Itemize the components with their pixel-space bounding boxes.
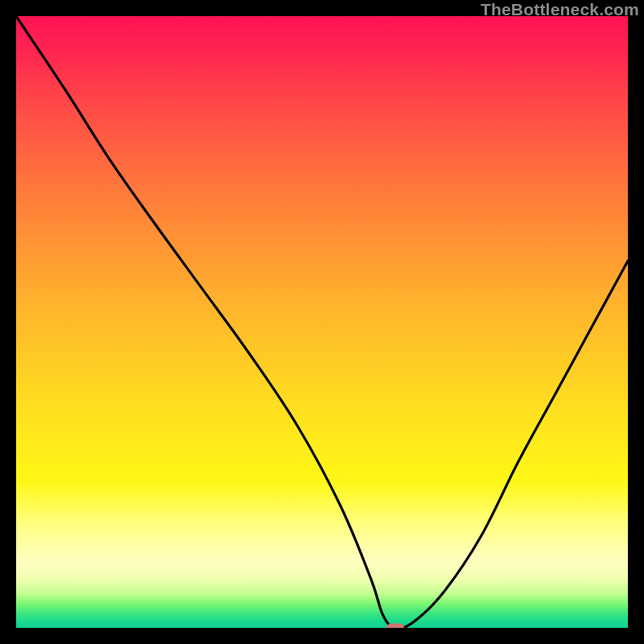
curve-svg bbox=[16, 16, 628, 628]
watermark-label: TheBottleneck.com bbox=[481, 0, 639, 19]
plot-area bbox=[16, 16, 628, 628]
optimal-point-marker bbox=[386, 624, 404, 629]
chart-frame: TheBottleneck.com bbox=[0, 0, 644, 644]
bottleneck-curve bbox=[16, 16, 628, 628]
